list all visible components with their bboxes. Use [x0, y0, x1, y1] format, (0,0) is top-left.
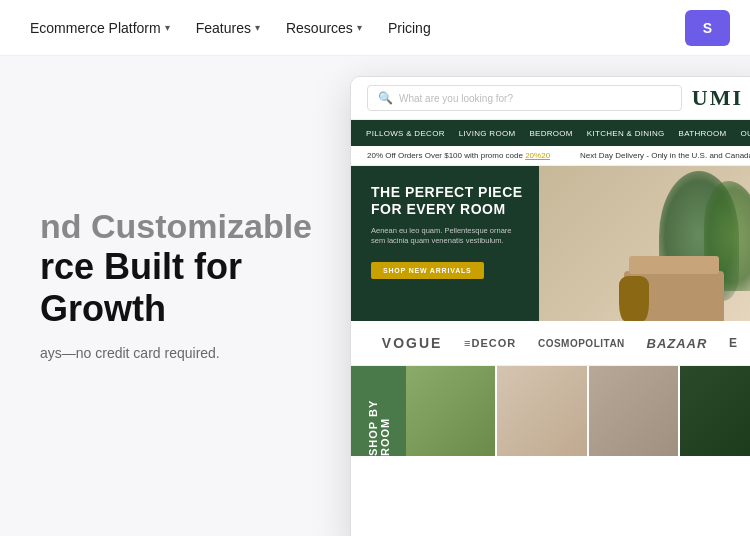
nav-ecommerce-platform[interactable]: Ecommerce Platform ▾	[20, 14, 180, 42]
store-nav-item-kitchen[interactable]: KITCHEN & DINING	[580, 120, 672, 146]
promo-code-link[interactable]: 20%20	[525, 151, 550, 160]
press-logo-extra: E	[729, 336, 738, 350]
store-nav-item-bedroom[interactable]: BEDROOM	[522, 120, 579, 146]
store-search-bar: 🔍 What are you looking for? UMI	[351, 77, 750, 120]
header-cta-button[interactable]: S	[685, 10, 730, 46]
press-logo-cosmopolitan: COSMOPOLITAN	[538, 338, 625, 349]
store-logo: UMI	[692, 85, 750, 111]
press-logo-decor: ≡DECOR	[464, 337, 516, 349]
hero-subtitle: ays—no credit card required.	[40, 345, 360, 361]
chevron-down-icon: ▾	[255, 22, 260, 33]
nav-features[interactable]: Features ▾	[186, 14, 270, 42]
store-nav-item-outdoor[interactable]: OUTDOOR	[734, 120, 750, 146]
room-thumbnail-1[interactable]	[406, 366, 495, 456]
room-thumbnail-2[interactable]	[497, 366, 586, 456]
store-hero-subtitle: Aenean eu leo quam. Pellentesque ornare …	[371, 226, 521, 247]
store-nav-item-bathroom[interactable]: BATHROOM	[672, 120, 734, 146]
store-nav-item-living[interactable]: LIVING ROOM	[452, 120, 523, 146]
hero-text-block: nd Customizable rce Built for Growth ays…	[40, 207, 380, 385]
browser-mockup: 🔍 What are you looking for? UMI PILLOWS …	[350, 76, 750, 536]
search-placeholder-text: What are you looking for?	[399, 93, 513, 104]
store-nav: PILLOWS & DECOR LIVING ROOM BEDROOM KITC…	[351, 120, 750, 146]
room-thumbnail-4[interactable]	[680, 366, 750, 456]
nav-resources[interactable]: Resources ▾	[276, 14, 372, 42]
chevron-down-icon: ▾	[165, 22, 170, 33]
promo-text-right: Next Day Delivery - Only in the U.S. and…	[580, 151, 750, 160]
main-nav: Ecommerce Platform ▾ Features ▾ Resource…	[20, 14, 685, 42]
store-search-input[interactable]: 🔍 What are you looking for?	[367, 85, 682, 111]
promo-text-left: 20% Off Orders Over $100 with promo code…	[367, 151, 550, 160]
hero-title: nd Customizable rce Built for Growth	[40, 207, 360, 329]
press-logo-vogue: VOGUE	[382, 335, 443, 351]
room-thumbnails	[406, 366, 750, 456]
store-hero-title: THE PERFECT PIECE FOR EVERY ROOM	[371, 184, 523, 218]
main-header: Ecommerce Platform ▾ Features ▾ Resource…	[0, 0, 750, 56]
shop-by-room-section: SHOP BY ROOM	[351, 366, 750, 456]
press-logo-bazaar: BAZAAR	[647, 336, 708, 351]
search-icon: 🔍	[378, 91, 393, 105]
main-content: nd Customizable rce Built for Growth ays…	[0, 56, 750, 536]
press-logos-bar: VOGUE ≡DECOR COSMOPOLITAN BAZAAR E	[351, 321, 750, 366]
store-hero-vase-decoration	[619, 276, 649, 321]
nav-pricing[interactable]: Pricing	[378, 14, 441, 42]
store-hero-cta-button[interactable]: SHOP NEW ARRIVALS	[371, 262, 484, 279]
store-hero-banner: THE PERFECT PIECE FOR EVERY ROOM Aenean …	[351, 166, 750, 321]
promo-bar: 20% Off Orders Over $100 with promo code…	[351, 146, 750, 166]
store-hero-content: THE PERFECT PIECE FOR EVERY ROOM Aenean …	[371, 184, 523, 279]
store-nav-item-pillows[interactable]: PILLOWS & DECOR	[359, 120, 452, 146]
room-thumbnail-3[interactable]	[589, 366, 678, 456]
chevron-down-icon: ▾	[357, 22, 362, 33]
